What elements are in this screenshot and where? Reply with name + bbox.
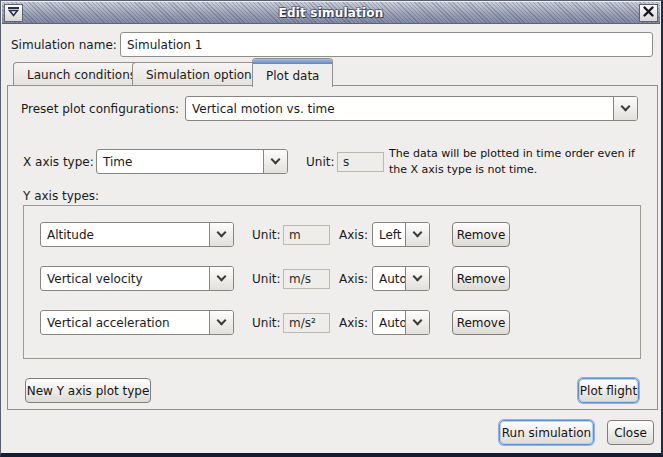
- remove-button[interactable]: Remove: [452, 310, 510, 335]
- axis-select[interactable]: Auto: [372, 266, 430, 291]
- titlebar: Edit simulation: [2, 2, 660, 24]
- chevron-down-icon: [405, 311, 429, 334]
- remove-button[interactable]: Remove: [452, 222, 510, 247]
- chevron-down-icon: [613, 97, 637, 120]
- simulation-name-input[interactable]: Simulation 1: [120, 32, 653, 57]
- chevron-down-icon: [209, 223, 233, 246]
- unit-field: m: [283, 225, 330, 245]
- chevron-down-icon: [209, 267, 233, 290]
- x-axis-type-value: Time: [97, 150, 263, 173]
- chevron-down-icon: [405, 267, 429, 290]
- selected-tab-accent: [253, 59, 332, 64]
- close-button[interactable]: Close: [607, 420, 654, 445]
- axis-label: Axis:: [339, 228, 368, 242]
- tab-simulation-options[interactable]: Simulation options: [132, 62, 272, 86]
- window-menu-icon: [7, 6, 20, 20]
- unit-label: Unit:: [252, 228, 280, 242]
- unit-label: Unit:: [252, 272, 280, 286]
- x-axis-unit-field: s: [337, 152, 384, 172]
- y-axis-type-value: Altitude: [41, 223, 209, 246]
- y-axis-types-label: Y axis types:: [23, 189, 99, 203]
- simulation-name-value: Simulation 1: [127, 38, 202, 52]
- tab-label: Simulation options: [146, 68, 258, 82]
- axis-select[interactable]: Left: [372, 222, 430, 247]
- axis-select[interactable]: Auto: [372, 310, 430, 335]
- preset-config-label: Preset plot configurations:: [21, 102, 179, 116]
- preset-config-value: Vertical motion vs. time: [186, 97, 613, 120]
- axis-value: Left: [373, 223, 405, 246]
- x-axis-type-select[interactable]: Time: [96, 149, 288, 174]
- x-axis-note: The data will be plotted in time order e…: [389, 146, 651, 178]
- chevron-down-icon: [263, 150, 287, 173]
- window-title: Edit simulation: [2, 6, 660, 20]
- preset-config-select[interactable]: Vertical motion vs. time: [185, 96, 638, 121]
- y-axis-type-select[interactable]: Altitude: [40, 222, 234, 247]
- y-axis-type-value: Vertical acceleration: [41, 311, 209, 334]
- plot-flight-button[interactable]: Plot flight: [578, 378, 639, 403]
- unit-label: Unit:: [252, 316, 280, 330]
- close-window-button[interactable]: [639, 4, 658, 22]
- axis-value: Auto: [373, 267, 405, 290]
- x-axis-type-label: X axis type:: [23, 155, 94, 169]
- edit-simulation-dialog: Edit simulation Simulation name: Simulat…: [0, 0, 663, 457]
- x-axis-unit-label: Unit:: [306, 155, 334, 169]
- close-icon: [642, 5, 655, 21]
- y-axis-type-select[interactable]: Vertical velocity: [40, 266, 234, 291]
- tab-label: Plot data: [266, 69, 319, 83]
- axis-value: Auto: [373, 311, 405, 334]
- tab-launch-conditions[interactable]: Launch conditions: [13, 62, 150, 86]
- unit-field: m/s²: [283, 313, 330, 333]
- new-y-axis-plot-type-button[interactable]: New Y axis plot type: [25, 378, 151, 403]
- chevron-down-icon: [405, 223, 429, 246]
- axis-label: Axis:: [339, 316, 368, 330]
- axis-label: Axis:: [339, 272, 368, 286]
- run-simulation-button[interactable]: Run simulation: [499, 420, 594, 445]
- unit-field: m/s: [283, 269, 330, 289]
- y-axis-type-value: Vertical velocity: [41, 267, 209, 290]
- y-axis-type-select[interactable]: Vertical acceleration: [40, 310, 234, 335]
- tab-plot-data[interactable]: Plot data: [252, 58, 333, 87]
- chevron-down-icon: [209, 311, 233, 334]
- simulation-name-label: Simulation name:: [11, 38, 117, 52]
- window-menu-button[interactable]: [4, 4, 23, 22]
- y-axis-types-group: Altitude Unit: m Axis: Left Remove Verti…: [23, 205, 641, 359]
- tab-label: Launch conditions: [27, 68, 136, 82]
- remove-button[interactable]: Remove: [452, 266, 510, 291]
